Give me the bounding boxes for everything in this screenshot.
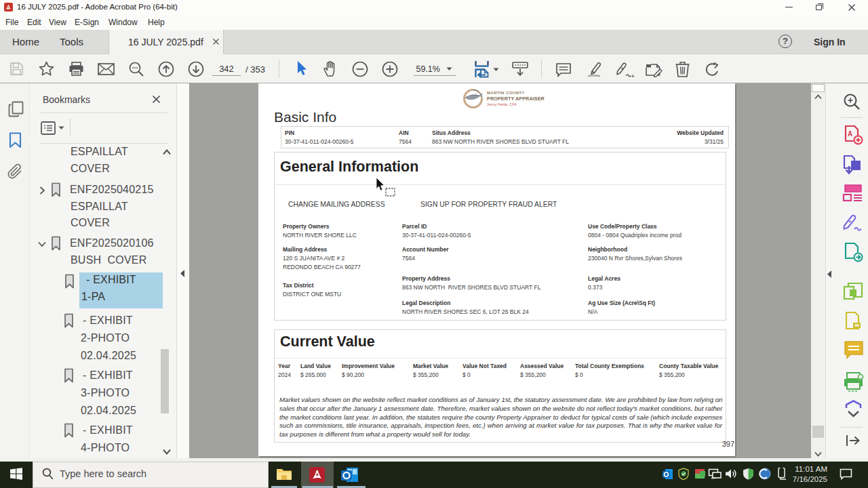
svg-text:PROPERTY APPRAISER: PROPERTY APPRAISER bbox=[487, 96, 545, 102]
svg-text:A: A bbox=[848, 130, 852, 138]
svg-text:MARTIN COUNTY: MARTIN COUNTY bbox=[487, 90, 525, 95]
svg-text:Jenny Fields, CFA: Jenny Fields, CFA bbox=[487, 102, 517, 106]
